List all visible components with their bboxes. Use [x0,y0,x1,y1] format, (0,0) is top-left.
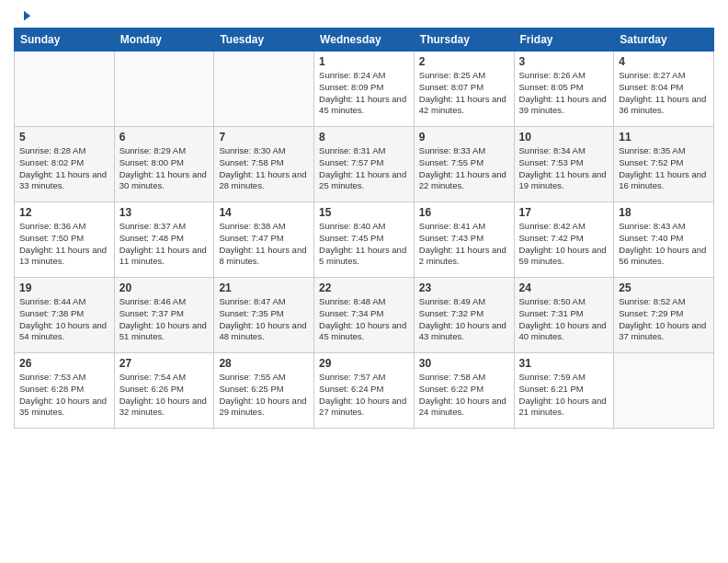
day-number: 8 [319,131,409,144]
day-info: Sunrise: 8:49 AMSunset: 7:32 PMDaylight:… [419,296,509,343]
calendar-cell-5-1: 26Sunrise: 7:53 AMSunset: 6:28 PMDayligh… [15,353,115,429]
calendar-cell-3-1: 12Sunrise: 8:36 AMSunset: 7:50 PMDayligh… [15,202,115,278]
weekday-header-saturday: Saturday [614,29,714,52]
svg-marker-0 [24,11,30,21]
calendar-cell-5-5: 30Sunrise: 7:58 AMSunset: 6:22 PMDayligh… [414,353,514,429]
day-info: Sunrise: 8:31 AMSunset: 7:57 PMDaylight:… [319,145,409,192]
calendar-cell-2-2: 6Sunrise: 8:29 AMSunset: 8:00 PMDaylight… [114,127,214,202]
calendar-cell-1-1 [15,52,115,127]
day-number: 7 [219,131,309,144]
day-info: Sunrise: 8:46 AMSunset: 7:37 PMDaylight:… [119,296,210,343]
page: SundayMondayTuesdayWednesdayThursdayFrid… [0,0,728,563]
day-info: Sunrise: 8:35 AMSunset: 7:52 PMDaylight:… [619,145,709,192]
calendar-cell-5-7 [614,353,714,429]
logo-flag-icon [16,9,32,26]
calendar-cell-4-2: 20Sunrise: 8:46 AMSunset: 7:37 PMDayligh… [114,278,214,353]
calendar-cell-2-1: 5Sunrise: 8:28 AMSunset: 8:02 PMDaylight… [15,127,115,202]
calendar-cell-1-4: 1Sunrise: 8:24 AMSunset: 8:09 PMDaylight… [314,52,415,127]
calendar-cell-3-6: 17Sunrise: 8:42 AMSunset: 7:42 PMDayligh… [514,202,614,278]
calendar-week-4: 19Sunrise: 8:44 AMSunset: 7:38 PMDayligh… [15,278,714,353]
calendar-cell-2-7: 11Sunrise: 8:35 AMSunset: 7:52 PMDayligh… [614,127,714,202]
day-number: 16 [419,206,509,219]
day-number: 11 [619,131,709,144]
calendar-cell-2-6: 10Sunrise: 8:34 AMSunset: 7:53 PMDayligh… [514,127,614,202]
day-number: 13 [119,206,210,219]
day-info: Sunrise: 8:30 AMSunset: 7:58 PMDaylight:… [219,145,309,192]
calendar: SundayMondayTuesdayWednesdayThursdayFrid… [14,28,714,429]
calendar-cell-2-3: 7Sunrise: 8:30 AMSunset: 7:58 PMDaylight… [214,127,314,202]
calendar-week-5: 26Sunrise: 7:53 AMSunset: 6:28 PMDayligh… [15,353,714,429]
day-number: 18 [619,206,709,219]
logo [14,9,32,22]
day-info: Sunrise: 8:38 AMSunset: 7:47 PMDaylight:… [219,221,309,268]
day-info: Sunrise: 8:43 AMSunset: 7:40 PMDaylight:… [619,221,709,268]
day-number: 12 [19,206,109,219]
calendar-cell-5-4: 29Sunrise: 7:57 AMSunset: 6:24 PMDayligh… [314,353,415,429]
calendar-cell-4-1: 19Sunrise: 8:44 AMSunset: 7:38 PMDayligh… [15,278,115,353]
weekday-header-friday: Friday [514,29,614,52]
calendar-header-row: SundayMondayTuesdayWednesdayThursdayFrid… [15,29,714,52]
day-info: Sunrise: 8:28 AMSunset: 8:02 PMDaylight:… [19,145,109,192]
day-number: 29 [319,357,409,370]
day-number: 3 [519,55,609,68]
calendar-cell-2-4: 8Sunrise: 8:31 AMSunset: 7:57 PMDaylight… [314,127,415,202]
calendar-week-2: 5Sunrise: 8:28 AMSunset: 8:02 PMDaylight… [15,127,714,202]
weekday-header-thursday: Thursday [414,29,514,52]
day-number: 4 [619,55,709,68]
day-number: 19 [19,282,109,294]
calendar-cell-3-4: 15Sunrise: 8:40 AMSunset: 7:45 PMDayligh… [314,202,415,278]
calendar-week-3: 12Sunrise: 8:36 AMSunset: 7:50 PMDayligh… [15,202,714,278]
day-info: Sunrise: 8:29 AMSunset: 8:00 PMDaylight:… [119,145,210,192]
calendar-week-1: 1Sunrise: 8:24 AMSunset: 8:09 PMDaylight… [15,52,714,127]
calendar-cell-4-5: 23Sunrise: 8:49 AMSunset: 7:32 PMDayligh… [414,278,514,353]
calendar-cell-1-2 [114,52,214,127]
calendar-cell-1-3 [214,52,314,127]
day-info: Sunrise: 8:42 AMSunset: 7:42 PMDaylight:… [519,221,609,268]
day-number: 2 [419,55,509,68]
day-number: 5 [19,131,109,144]
calendar-cell-4-7: 25Sunrise: 8:52 AMSunset: 7:29 PMDayligh… [614,278,714,353]
day-number: 1 [319,55,409,68]
weekday-header-sunday: Sunday [15,29,115,52]
day-info: Sunrise: 8:37 AMSunset: 7:48 PMDaylight:… [119,221,210,268]
day-info: Sunrise: 8:24 AMSunset: 8:09 PMDaylight:… [319,70,409,117]
day-info: Sunrise: 8:48 AMSunset: 7:34 PMDaylight:… [319,296,409,343]
calendar-cell-3-3: 14Sunrise: 8:38 AMSunset: 7:47 PMDayligh… [214,202,314,278]
day-info: Sunrise: 7:57 AMSunset: 6:24 PMDaylight:… [319,372,409,419]
day-number: 14 [219,206,309,219]
calendar-cell-4-4: 22Sunrise: 8:48 AMSunset: 7:34 PMDayligh… [314,278,415,353]
weekday-header-wednesday: Wednesday [314,29,415,52]
day-info: Sunrise: 8:26 AMSunset: 8:05 PMDaylight:… [519,70,609,117]
day-number: 31 [519,357,609,370]
day-number: 17 [519,206,609,219]
calendar-cell-1-5: 2Sunrise: 8:25 AMSunset: 8:07 PMDaylight… [414,52,514,127]
day-number: 27 [119,357,210,370]
calendar-cell-5-6: 31Sunrise: 7:59 AMSunset: 6:21 PMDayligh… [514,353,614,429]
weekday-header-tuesday: Tuesday [214,29,314,52]
day-number: 25 [619,282,709,294]
day-info: Sunrise: 8:52 AMSunset: 7:29 PMDaylight:… [619,296,709,343]
calendar-cell-3-2: 13Sunrise: 8:37 AMSunset: 7:48 PMDayligh… [114,202,214,278]
day-info: Sunrise: 7:55 AMSunset: 6:25 PMDaylight:… [219,372,309,419]
day-info: Sunrise: 8:33 AMSunset: 7:55 PMDaylight:… [419,145,509,192]
day-number: 22 [319,282,409,294]
calendar-cell-1-7: 4Sunrise: 8:27 AMSunset: 8:04 PMDaylight… [614,52,714,127]
day-info: Sunrise: 7:54 AMSunset: 6:26 PMDaylight:… [119,372,210,419]
day-number: 6 [119,131,210,144]
day-number: 24 [519,282,609,294]
calendar-cell-5-3: 28Sunrise: 7:55 AMSunset: 6:25 PMDayligh… [214,353,314,429]
day-info: Sunrise: 8:41 AMSunset: 7:43 PMDaylight:… [419,221,509,268]
day-number: 9 [419,131,509,144]
day-number: 28 [219,357,309,370]
day-info: Sunrise: 8:40 AMSunset: 7:45 PMDaylight:… [319,221,409,268]
day-info: Sunrise: 8:25 AMSunset: 8:07 PMDaylight:… [419,70,509,117]
day-info: Sunrise: 8:36 AMSunset: 7:50 PMDaylight:… [19,221,109,268]
day-number: 10 [519,131,609,144]
header [14,9,714,22]
day-number: 23 [419,282,509,294]
day-number: 30 [419,357,509,370]
calendar-cell-4-3: 21Sunrise: 8:47 AMSunset: 7:35 PMDayligh… [214,278,314,353]
day-number: 20 [119,282,210,294]
day-info: Sunrise: 8:44 AMSunset: 7:38 PMDaylight:… [19,296,109,343]
calendar-cell-3-7: 18Sunrise: 8:43 AMSunset: 7:40 PMDayligh… [614,202,714,278]
